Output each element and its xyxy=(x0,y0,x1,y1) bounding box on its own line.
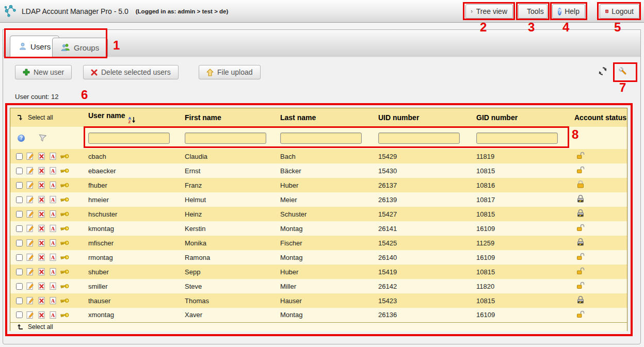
delete-user-icon[interactable] xyxy=(38,239,45,247)
delete-selected-users-button[interactable]: Delete selected users xyxy=(83,65,179,79)
col-header-first-name[interactable]: First name xyxy=(183,108,278,127)
edit-user-icon[interactable] xyxy=(26,195,34,204)
row-select-checkbox[interactable] xyxy=(16,269,23,275)
filter-input-user-name[interactable] xyxy=(88,133,170,144)
logout-button[interactable]: Logout xyxy=(600,4,639,19)
cell-user-name[interactable]: smiller xyxy=(86,279,183,293)
filter-help-icon[interactable]: ? xyxy=(18,135,25,142)
password-key-icon[interactable] xyxy=(60,283,69,289)
edit-user-icon[interactable] xyxy=(26,282,34,290)
delete-user-icon[interactable] xyxy=(38,210,45,218)
new-user-button[interactable]: New user xyxy=(15,65,72,79)
password-key-icon[interactable] xyxy=(60,196,69,203)
cell-user-name[interactable]: rmontag xyxy=(86,250,183,265)
table-settings-button[interactable] xyxy=(618,67,629,77)
row-select-checkbox[interactable] xyxy=(16,196,23,203)
cell-user-name[interactable]: ebaecker xyxy=(86,163,183,178)
edit-user-icon[interactable] xyxy=(26,181,34,189)
delete-user-icon[interactable] xyxy=(38,253,45,261)
tools-button[interactable]: Tools xyxy=(518,4,548,19)
password-key-icon[interactable] xyxy=(60,153,69,159)
filter-funnel-icon[interactable] xyxy=(38,134,46,142)
cell-user-name[interactable]: kmontag xyxy=(86,221,183,236)
tab-groups[interactable]: Groups xyxy=(52,38,108,57)
filter-input-last-name[interactable] xyxy=(280,133,362,144)
pdf-export-icon[interactable]: A xyxy=(49,195,57,204)
row-select-checkbox[interactable] xyxy=(16,182,23,189)
delete-user-icon[interactable] xyxy=(38,311,45,319)
cell-user-name[interactable]: xmontag xyxy=(86,308,183,322)
edit-user-icon[interactable] xyxy=(26,311,34,319)
row-select-checkbox[interactable] xyxy=(16,168,23,174)
cell-user-name[interactable]: hmeier xyxy=(86,192,183,207)
col-header-user-name[interactable]: User nameAZ xyxy=(86,108,183,127)
row-select-checkbox[interactable] xyxy=(16,283,23,290)
col-header-gid-number[interactable]: GID number xyxy=(474,108,572,127)
select-all-bottom-link[interactable]: Select all xyxy=(12,323,627,331)
svg-text:A: A xyxy=(51,298,55,304)
password-key-icon[interactable] xyxy=(60,168,69,174)
password-key-icon[interactable] xyxy=(60,254,69,260)
password-key-icon[interactable] xyxy=(60,225,69,232)
edit-user-icon[interactable] xyxy=(26,239,34,247)
cell-user-name[interactable]: mfischer xyxy=(86,236,183,250)
pdf-export-icon[interactable]: A xyxy=(49,167,57,175)
edit-user-icon[interactable] xyxy=(26,152,34,160)
password-key-icon[interactable] xyxy=(60,211,69,217)
pdf-export-icon[interactable]: A xyxy=(49,311,57,319)
pdf-export-icon[interactable]: A xyxy=(49,282,57,290)
pdf-export-icon[interactable]: A xyxy=(49,210,57,218)
edit-user-icon[interactable] xyxy=(26,296,34,305)
pdf-export-icon[interactable]: A xyxy=(49,224,57,233)
delete-user-icon[interactable] xyxy=(38,296,45,305)
password-key-icon[interactable] xyxy=(60,182,69,188)
password-key-icon[interactable] xyxy=(60,312,69,318)
edit-user-icon[interactable] xyxy=(26,253,34,261)
delete-user-icon[interactable] xyxy=(38,268,45,276)
pdf-export-icon[interactable]: A xyxy=(49,296,57,305)
filter-input-first-name[interactable] xyxy=(185,133,266,144)
tree-view-button[interactable]: Tree view xyxy=(465,4,513,19)
unlocked-icon xyxy=(574,152,585,161)
pdf-export-icon[interactable]: A xyxy=(49,268,57,276)
filter-input-gid-number[interactable] xyxy=(476,133,558,144)
delete-user-icon[interactable] xyxy=(38,167,45,175)
edit-user-icon[interactable] xyxy=(26,167,34,175)
pdf-export-icon[interactable]: A xyxy=(49,253,57,261)
filter-input-uid-number[interactable] xyxy=(378,133,460,144)
help-button[interactable]: ? Help xyxy=(552,4,585,19)
refresh-button[interactable] xyxy=(598,67,608,77)
password-key-icon[interactable] xyxy=(60,269,69,275)
row-select-checkbox[interactable] xyxy=(16,254,23,261)
cell-user-name[interactable]: thauser xyxy=(86,293,183,308)
pdf-export-icon[interactable]: A xyxy=(49,181,57,189)
delete-user-icon[interactable] xyxy=(38,224,45,233)
cell-user-name[interactable]: shuber xyxy=(86,265,183,279)
delete-user-icon[interactable] xyxy=(38,282,45,290)
delete-user-icon[interactable] xyxy=(38,152,45,160)
col-header-account-status[interactable]: Account status xyxy=(572,108,627,127)
sort-az-icon[interactable]: AZ xyxy=(128,117,136,124)
cell-user-name[interactable]: hschuster xyxy=(86,207,183,221)
delete-user-icon[interactable] xyxy=(38,181,45,189)
edit-user-icon[interactable] xyxy=(26,268,34,276)
col-header-uid-number[interactable]: UID number xyxy=(376,108,474,127)
edit-user-icon[interactable] xyxy=(26,224,34,233)
row-select-checkbox[interactable] xyxy=(16,153,23,160)
pdf-export-icon[interactable]: A xyxy=(49,239,57,247)
row-select-checkbox[interactable] xyxy=(16,240,23,246)
edit-user-icon[interactable] xyxy=(26,210,34,218)
row-select-checkbox[interactable] xyxy=(16,225,23,232)
password-key-icon[interactable] xyxy=(60,298,69,304)
row-select-checkbox[interactable] xyxy=(16,311,23,318)
password-key-icon[interactable] xyxy=(60,240,69,246)
delete-user-icon[interactable] xyxy=(38,195,45,204)
cell-user-name[interactable]: cbach xyxy=(86,149,183,163)
cell-user-name[interactable]: fhuber xyxy=(86,178,183,192)
pdf-export-icon[interactable]: A xyxy=(49,152,57,160)
file-upload-button[interactable]: File upload xyxy=(199,65,261,79)
col-header-last-name[interactable]: Last name xyxy=(278,108,376,127)
row-select-checkbox[interactable] xyxy=(16,211,23,218)
select-all-top-link[interactable]: Select all xyxy=(12,114,86,121)
row-select-checkbox[interactable] xyxy=(16,298,23,304)
